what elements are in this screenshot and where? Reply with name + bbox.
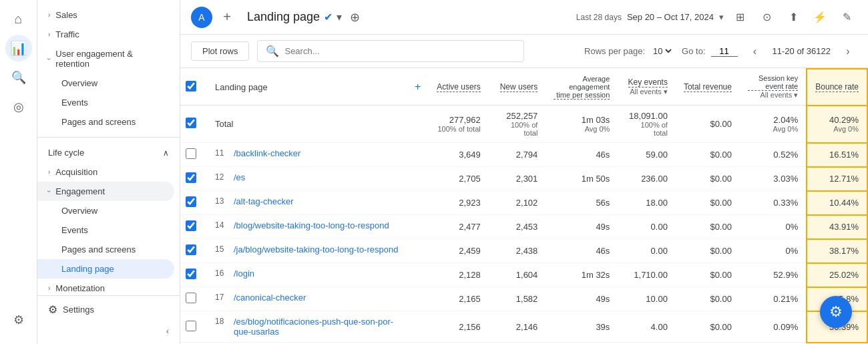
settings-fab-button[interactable]: ⚙ [820,296,852,328]
prev-page-button[interactable]: ‹ [746,42,765,61]
sidebar-sub-overview[interactable]: Overview [37,73,174,93]
row-session-rate-0: 0.52% [740,143,807,167]
add-report-button[interactable]: + [218,8,236,27]
add-to-report-button[interactable]: ⊕ [347,7,363,27]
goto-input[interactable] [711,46,738,57]
session-key-rate-filter[interactable]: All events ▾ [760,91,798,100]
total-spacer [407,106,429,143]
columns-icon-btn[interactable]: ⊞ [729,7,750,28]
row-active-users-1: 2,705 [429,167,488,191]
rows-per-page: Rows per page: 10 25 50 [584,45,674,57]
row-num-page-5: 16 /login [207,263,407,284]
row-spacer-5 [407,263,429,287]
row-page-link-7[interactable]: /es/blog/notificaciones-push-que-son-por… [234,317,399,337]
row-checkbox-6[interactable] [186,293,196,303]
row-session-rate-6: 0.21% [740,287,807,311]
add-col-icon[interactable]: + [415,81,421,92]
row-key-events-3: 0.00 [618,215,676,239]
rows-per-page-label: Rows per page: [584,46,645,56]
row-page-link-5[interactable]: /login [234,269,254,279]
nav-target-icon[interactable]: ◎ [5,94,32,120]
row-checkbox-5[interactable] [186,269,196,279]
bounce-rate-label: Bounce rate [815,82,859,92]
row-avg-engagement-5: 1m 32s [546,263,618,287]
header-landing-page: Landing page [207,69,407,106]
key-events-filter[interactable]: All events ▾ [630,88,668,96]
row-page-link-4[interactable]: /ja/blog/website-taking-too-long-to-resp… [234,244,398,254]
nav-settings-icon[interactable]: ⚙ [5,307,32,333]
sidebar-item-engagement[interactable]: › Engagement [37,182,174,201]
sidebar-item-monetization[interactable]: › Monetization [37,279,174,295]
status-check-icon: ✔ [324,11,333,23]
table-row: 12 /es 2,705 2,301 1m 50s 236.00 $0.00 3… [180,167,867,191]
row-page-link-0[interactable]: /backlink-checker [234,148,300,158]
sidebar-item-acquisition[interactable]: › Acquisition [37,162,174,182]
engagement-arrow-icon: › [45,57,53,59]
total-checkbox[interactable] [186,118,196,128]
row-session-rate-7: 0.09% [740,311,807,343]
sidebar-engagement-overview[interactable]: Overview [37,201,174,220]
compare-icon-btn[interactable]: ⊙ [756,7,777,28]
collapse-icon: ‹ [166,326,169,336]
row-checkbox-0[interactable] [186,148,196,159]
row-num-page-3: 14 /blog/website-taking-too-long-to-resp… [207,215,407,236]
row-avg-engagement-7: 39s [546,311,618,343]
row-new-users-1: 2,301 [489,167,546,191]
header-avg-engagement: Average engagement time per session [546,69,618,106]
nav-search-icon[interactable]: 🔍 [5,64,32,91]
row-checkbox-2[interactable] [186,196,196,207]
sidebar-item-traffic[interactable]: › Traffic [37,25,174,44]
row-active-users-0: 3,649 [429,143,488,167]
sidebar-engagement-landing[interactable]: Landing page [37,259,174,279]
plot-rows-button[interactable]: Plot rows [191,41,249,61]
row-page-link-3[interactable]: /blog/website-taking-too-long-to-respond [234,220,389,230]
row-active-users-7: 2,156 [429,311,488,343]
row-num-page-4: 15 /ja/blog/website-taking-too-long-to-r… [207,239,407,260]
sidebar-item-user-engagement[interactable]: › User engagement & retention [37,44,174,73]
row-checkbox-4[interactable] [186,244,196,255]
title-status: Landing page ✔ ▾ [242,10,342,24]
goto-box: Go to: [682,46,737,57]
rows-per-page-select[interactable]: 10 25 50 [650,45,674,57]
sidebar-item-sales[interactable]: › Sales [37,5,174,25]
settings-icon: ⚙ [48,303,57,316]
row-key-events-7: 4.00 [618,311,676,343]
row-checkbox-1[interactable] [186,172,196,183]
row-revenue-7: $0.00 [676,311,740,343]
sidebar-settings[interactable]: ⚙ Settings [37,299,174,321]
sidebar-sub-events[interactable]: Events [37,93,174,112]
total-avg-engagement: 1m 03s Avg 0% [546,106,618,143]
select-all-checkbox[interactable] [186,81,196,92]
header-add-col[interactable]: + [407,69,429,106]
next-page-button[interactable]: › [839,42,857,61]
row-checkbox-7[interactable] [186,321,196,331]
date-range[interactable]: Last 28 days Sep 20 – Oct 17, 2024 ▾ [576,12,724,22]
sidebar-engagement-events[interactable]: Events [37,220,174,240]
total-key-events: 18,091.00 100% of total [618,106,676,143]
row-spacer-4 [407,239,429,263]
sidebar-sub-pages-screens[interactable]: Pages and screens [37,112,174,132]
title-dropdown-icon[interactable]: ▾ [337,11,342,23]
row-page-link-6[interactable]: /canonical-checker [234,293,306,303]
row-checkbox-3[interactable] [186,220,196,231]
avatar-button[interactable]: A [191,7,212,28]
insights-icon-btn[interactable]: ⚡ [809,7,831,28]
nav-chart-icon[interactable]: 📊 [5,35,32,61]
total-label: Total [207,106,407,143]
sidebar-collapse-btn[interactable]: ‹ [37,321,180,341]
row-page-link-1[interactable]: /es [234,172,245,182]
row-num-page-0: 11 /backlink-checker [207,143,407,164]
row-new-users-6: 1,582 [489,287,546,311]
page-title: Landing page [247,10,320,24]
header-key-events: Key events All events ▾ [618,69,676,106]
lifecycle-section[interactable]: Life cycle ∧ [37,143,180,162]
share-icon-btn[interactable]: ⬆ [783,7,804,28]
nav-home-icon[interactable]: ⌂ [5,5,32,32]
row-page-link-2[interactable]: /alt-tag-checker [234,196,294,206]
table-row: 13 /alt-tag-checker 2,923 2,102 56s 18.0… [180,191,867,215]
sidebar-engagement-pages[interactable]: Pages and screens [37,240,174,259]
row-new-users-3: 2,453 [489,215,546,239]
row-active-users-4: 2,459 [429,239,488,263]
edit-icon-btn[interactable]: ✎ [836,7,857,28]
search-input[interactable] [284,46,515,56]
